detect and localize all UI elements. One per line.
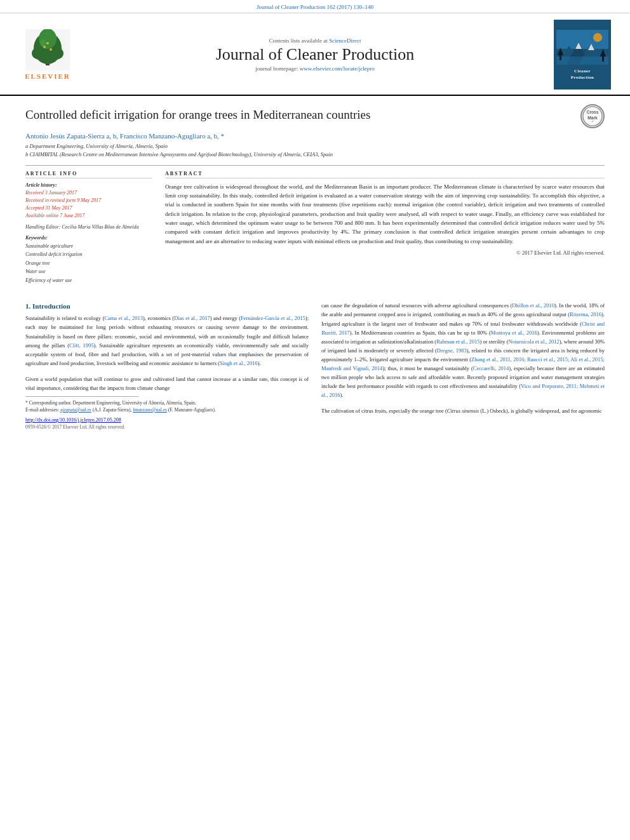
email-link-2[interactable]: fmanzano@ual.es	[133, 407, 167, 413]
keyword-5: Efficiency of water use	[25, 276, 152, 285]
footnote-divider	[25, 396, 138, 397]
journal-header-center: Contents lists available at ScienceDirec…	[76, 37, 554, 72]
keyword-3: Orange tree	[25, 259, 152, 268]
journal-homepage: journal homepage: www.elsevier.com/locat…	[76, 65, 554, 72]
doi-line: http://dx.doi.org/10.1016/j.jclepro.2017…	[25, 417, 309, 423]
svg-point-7	[43, 46, 46, 48]
journal-logo-image	[556, 30, 608, 65]
affiliation-b: b CIAIMBITAL (Research Centre on Mediter…	[25, 150, 605, 159]
journal-logo-text-line1: Cleaner	[574, 69, 591, 74]
footnote-emails: E-mail addresses: ajzapata@ual.es (A.J. …	[25, 406, 309, 413]
right-paragraph-2: The cultivation of citrus fruits, especi…	[321, 406, 605, 415]
affiliation-a: a Department Engineering, University of …	[25, 142, 605, 150]
article-header-section: Controlled deficit irrigation for orange…	[0, 96, 630, 295]
doi-link[interactable]: http://dx.doi.org/10.1016/j.jclepro.2017…	[25, 417, 121, 423]
keywords-group: Keywords: Sustainable agriculture Contro…	[25, 235, 152, 285]
revised-date: Received in revised form 9 May 2017	[25, 197, 152, 204]
authors-line: Antonio Jesús Zapata-Sierra a, b, Franci…	[25, 132, 605, 140]
article-history: Article history: Received 3 January 2017…	[25, 182, 152, 220]
article-info-label: ARTICLE INFO	[25, 171, 152, 178]
article-info-abstract: ARTICLE INFO Article history: Received 3…	[25, 171, 605, 289]
keywords-label: Keywords:	[25, 235, 152, 241]
svg-point-6	[40, 39, 46, 47]
svg-point-3	[32, 47, 47, 60]
elsevier-tree-icon	[25, 29, 70, 70]
journal-header: ELSEVIER Contents lists available at Sci…	[0, 13, 630, 96]
handling-editor-group: Handling Editor: Cecilia Maria Villas Bô…	[25, 223, 152, 231]
keyword-2: Controlled deficit irrigation	[25, 250, 152, 259]
svg-text:Mark: Mark	[587, 116, 598, 120]
svg-text:Cross: Cross	[587, 110, 599, 114]
accepted-date: Accepted 31 May 2017	[25, 204, 152, 212]
elsevier-brand-text: ELSEVIER	[25, 72, 70, 80]
copyright-line: © 2017 Elsevier Ltd. All rights reserved…	[165, 250, 605, 256]
svg-text:✓: ✓	[591, 120, 594, 123]
handling-editor: Handling Editor: Cecilia Maria Villas Bô…	[25, 223, 152, 231]
left-column: 1. Introduction Sustainability is relate…	[25, 301, 309, 430]
sciencedirect-link[interactable]: ScienceDirect	[329, 37, 361, 44]
journal-ref-text: Journal of Cleaner Production 162 (2017)…	[257, 4, 373, 10]
section-divider	[25, 165, 605, 166]
footnote-star: * Corresponding author. Department Engin…	[25, 399, 309, 406]
svg-rect-18	[556, 57, 608, 65]
right-paragraph-1: can cause the degradation of natural res…	[321, 301, 605, 399]
elsevier-logo: ELSEVIER	[19, 29, 76, 80]
abstract-panel: ABSTRACT Orange tree cultivation is wide…	[165, 171, 605, 289]
email-link-1[interactable]: ajzapata@ual.es	[60, 407, 91, 413]
article-title: Controlled deficit irrigation for orange…	[25, 107, 574, 123]
history-label: Article history:	[25, 182, 152, 188]
available-date: Available online 7 June 2017	[25, 212, 152, 220]
svg-point-8	[50, 48, 52, 51]
journal-reference-bar: Journal of Cleaner Production 162 (2017)…	[0, 0, 630, 13]
svg-point-9	[46, 42, 49, 44]
svg-point-17	[593, 33, 602, 42]
intro-heading: 1. Introduction	[25, 302, 309, 310]
right-column: can cause the degradation of natural res…	[321, 301, 605, 430]
affiliations: a Department Engineering, University of …	[25, 142, 605, 159]
journal-title: Journal of Cleaner Production	[76, 45, 554, 64]
intro-paragraph-2: Given a world population that will conti…	[25, 375, 309, 392]
keyword-4: Water use	[25, 267, 152, 276]
article-info-panel: ARTICLE INFO Article history: Received 3…	[25, 171, 152, 289]
main-body: 1. Introduction Sustainability is relate…	[0, 295, 630, 436]
issn-line: 0959-6526/© 2017 Elsevier Ltd. All right…	[25, 424, 309, 430]
keywords-list: Sustainable agriculture Controlled defic…	[25, 242, 152, 285]
contents-availability: Contents lists available at ScienceDirec…	[76, 37, 554, 44]
journal-logo-text-line2: Production	[571, 75, 594, 80]
keyword-1: Sustainable agriculture	[25, 242, 152, 251]
journal-logo-box: Cleaner Production	[554, 20, 611, 90]
abstract-text: Orange tree cultivation is widespread th…	[165, 182, 605, 246]
abstract-label: ABSTRACT	[165, 171, 605, 178]
received-date: Received 3 January 2017	[25, 189, 152, 197]
intro-paragraph-1: Sustainability is related to ecology (Ca…	[25, 314, 309, 367]
homepage-link[interactable]: www.elsevier.com/locate/jclepro	[300, 65, 375, 72]
crossmark-icon: Cross Mark ✓	[580, 104, 605, 128]
crossmark-badge: Cross Mark ✓	[580, 104, 605, 128]
